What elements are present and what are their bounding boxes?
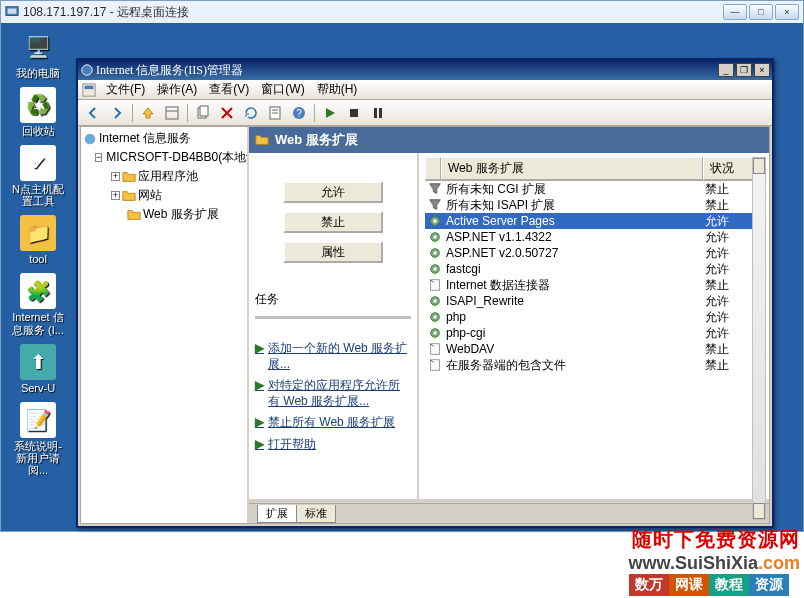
menu-item[interactable]: 操作(A)	[151, 81, 203, 97]
tree-pools[interactable]: + 应用程序池	[83, 167, 245, 186]
list-row[interactable]: ASP.NET v1.1.4322允许	[425, 229, 763, 245]
toolbar-separator	[132, 104, 133, 122]
iis-titlebar[interactable]: Internet 信息服务(IIS)管理器 _ ❐ ×	[78, 60, 772, 80]
tree-server[interactable]: − MICRSOFT-DB4BB0(本地计	[83, 148, 245, 167]
allow-button[interactable]: 允许	[283, 181, 383, 203]
desktop-icon[interactable]: 📁tool	[9, 215, 67, 265]
rdp-close-button[interactable]: ×	[775, 4, 799, 20]
list-row[interactable]: Internet 数据连接器禁止	[425, 277, 763, 293]
rdp-title: 108.171.197.17 - 远程桌面连接	[23, 4, 723, 21]
watermark-tag: 数万	[629, 574, 669, 596]
list-body[interactable]: 所有未知 CGI 扩展禁止所有未知 ISAPI 扩展禁止Active Serve…	[425, 181, 763, 499]
rdp-maximize-button[interactable]: □	[749, 4, 773, 20]
tree-icon	[164, 105, 180, 121]
iis-title: Internet 信息服务(IIS)管理器	[94, 62, 716, 79]
tree-panel[interactable]: Internet 信息服务 − MICRSOFT-DB4BB0(本地计 + 应用…	[81, 127, 249, 523]
bottom-tabs: 扩展 标准	[249, 503, 769, 523]
desktop-icon[interactable]: 🧩Internet 信息服务 (I...	[9, 273, 67, 335]
menu-item[interactable]: 查看(V)	[203, 81, 255, 97]
desktop-icon[interactable]: ⬆Serv-U	[9, 344, 67, 394]
menu-item[interactable]: 窗口(W)	[255, 81, 310, 97]
del-button[interactable]	[216, 103, 238, 123]
menu-item[interactable]: 帮助(H)	[311, 81, 364, 97]
desktop-icon-image: 📁	[20, 215, 56, 251]
refresh-button[interactable]	[240, 103, 262, 123]
rdp-window-controls: — □ ×	[723, 4, 799, 20]
refresh-icon	[243, 105, 259, 121]
svg-point-17	[85, 133, 96, 144]
task-link[interactable]: ▶对特定的应用程序允许所有 Web 服务扩展...	[255, 378, 411, 409]
row-name: 在服务器端的包含文件	[446, 357, 705, 374]
row-name: php	[446, 310, 705, 324]
desktop-icon[interactable]: ✔N点主机配置工具	[9, 145, 67, 207]
task-link[interactable]: ▶禁止所有 Web 服务扩展	[255, 415, 411, 431]
task-link[interactable]: ▶添加一个新的 Web 服务扩展...	[255, 341, 411, 372]
rdp-titlebar[interactable]: 108.171.197.17 - 远程桌面连接 — □ ×	[1, 1, 803, 23]
list-row[interactable]: ISAPI_Rewrite允许	[425, 293, 763, 309]
desktop-icon[interactable]: 📝系统说明-新用户请阅...	[9, 402, 67, 476]
deny-button[interactable]: 禁止	[283, 211, 383, 233]
rdp-minimize-button[interactable]: —	[723, 4, 747, 20]
desktop-icon-image: ⬆	[20, 344, 56, 380]
pause-icon	[370, 105, 386, 121]
back-button[interactable]	[82, 103, 104, 123]
toolbar-separator	[314, 104, 315, 122]
forward-button[interactable]	[106, 103, 128, 123]
tree-extensions[interactable]: Web 服务扩展	[83, 205, 245, 224]
extension-list: Web 服务扩展 状况 所有未知 CGI 扩展禁止所有未知 ISAPI 扩展禁止…	[419, 153, 769, 499]
tree-button[interactable]	[161, 103, 183, 123]
list-row[interactable]: php允许	[425, 309, 763, 325]
tree-root[interactable]: Internet 信息服务	[83, 129, 245, 148]
tab-standard[interactable]: 标准	[296, 505, 336, 523]
list-row[interactable]: ASP.NET v2.0.50727允许	[425, 245, 763, 261]
iis-menubar: 文件(F)操作(A)查看(V)窗口(W)帮助(H)	[78, 80, 772, 100]
pause-button[interactable]	[367, 103, 389, 123]
hdr-name[interactable]: Web 服务扩展	[441, 157, 703, 180]
stop-icon	[346, 105, 362, 121]
svg-point-30	[433, 299, 437, 303]
panel-header: Web 服务扩展	[249, 127, 769, 153]
desktop-icon[interactable]: 🖥️我的电脑	[9, 29, 67, 79]
watermark: 随时下免费资源网 www.SuiShiXia.com 数万网课教程资源	[629, 526, 800, 596]
expand-icon[interactable]: +	[111, 172, 120, 181]
hdr-icon-col[interactable]	[425, 157, 441, 180]
tasks-heading: 任务	[255, 291, 411, 308]
expand-icon[interactable]: +	[111, 191, 120, 200]
stop-button[interactable]	[343, 103, 365, 123]
list-row[interactable]: 所有未知 CGI 扩展禁止	[425, 181, 763, 197]
row-name: ASP.NET v2.0.50727	[446, 246, 705, 260]
remote-desktop[interactable]: 🖥️我的电脑♻️回收站✔N点主机配置工具📁tool🧩Internet 信息服务 …	[1, 23, 803, 531]
properties-button[interactable]: 属性	[283, 241, 383, 263]
vertical-scrollbar[interactable]	[752, 157, 766, 520]
tree-sites[interactable]: + 网站	[83, 186, 245, 205]
desktop-icon-label: Internet 信息服务 (I...	[9, 311, 67, 335]
gear-icon	[427, 310, 443, 324]
iis-restore-button[interactable]: ❐	[736, 63, 752, 77]
list-row[interactable]: 所有未知 ISAPI 扩展禁止	[425, 197, 763, 213]
iis-minimize-button[interactable]: _	[718, 63, 734, 77]
up-button[interactable]	[137, 103, 159, 123]
iis-close-button[interactable]: ×	[754, 63, 770, 77]
row-name: ASP.NET v1.1.4322	[446, 230, 705, 244]
copy-button[interactable]	[192, 103, 214, 123]
run-button[interactable]	[319, 103, 341, 123]
row-name: 所有未知 ISAPI 扩展	[446, 197, 705, 214]
task-link[interactable]: ▶打开帮助	[255, 437, 411, 453]
props-button[interactable]	[264, 103, 286, 123]
tab-extensions[interactable]: 扩展	[257, 505, 297, 523]
list-row[interactable]: WebDAV禁止	[425, 341, 763, 357]
list-row[interactable]: 在服务器端的包含文件禁止	[425, 357, 763, 373]
list-row[interactable]: Active Server Pages允许	[425, 213, 763, 229]
desktop-icon-label: Serv-U	[21, 382, 55, 394]
back-icon	[85, 105, 101, 121]
wm-url-main: SuiShiXia	[675, 553, 758, 573]
collapse-icon[interactable]: −	[95, 153, 102, 162]
desktop-icon[interactable]: ♻️回收站	[9, 87, 67, 137]
svg-rect-15	[374, 108, 377, 118]
forward-icon	[109, 105, 125, 121]
menu-item[interactable]: 文件(F)	[100, 81, 151, 97]
list-row[interactable]: php-cgi允许	[425, 325, 763, 341]
help-button[interactable]: ?	[288, 103, 310, 123]
list-row[interactable]: fastcgi允许	[425, 261, 763, 277]
watermark-tag: 网课	[669, 574, 709, 596]
